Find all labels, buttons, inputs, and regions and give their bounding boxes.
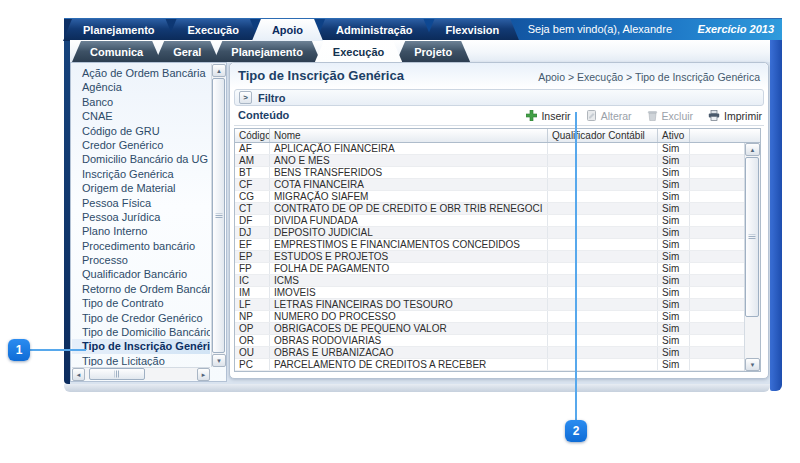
column-header-qualificador-contabil[interactable]: Qualificador Contábil xyxy=(548,129,658,142)
scroll-right-icon[interactable]: ► xyxy=(197,368,210,381)
tab-apoio[interactable]: Apoio xyxy=(252,19,323,41)
table-row-df[interactable]: DFDIVIDA FUNDADASim xyxy=(235,215,760,227)
annotation-line-2 xyxy=(575,112,577,420)
printer-icon xyxy=(708,110,720,121)
sidebar-item-acao-de-ordem-bancaria[interactable]: Ação de Ordem Bancária xyxy=(72,66,210,80)
scroll-up-icon[interactable]: ▲ xyxy=(212,64,226,77)
cell-qualificador-contabil xyxy=(548,335,658,346)
table-row-bt[interactable]: BTBENS TRANSFERIDOSSim xyxy=(235,167,760,179)
cell-qualificador-contabil xyxy=(548,263,658,274)
scroll-down-icon[interactable]: ▼ xyxy=(745,358,760,371)
sidebar-item-origem-de-material[interactable]: Origem de Material xyxy=(72,181,210,195)
cell-nome: CONTRATO DE OP DE CREDITO E OBR TRIB REN… xyxy=(270,203,548,214)
imprimir-button[interactable]: Imprimir xyxy=(708,110,762,122)
cell-nome: OBRIGACOES DE PEQUENO VALOR xyxy=(270,323,548,334)
table-row-cg[interactable]: CGMIGRAÇÃO SIAFEMSim xyxy=(235,191,760,203)
table-row-am[interactable]: AMANO E MESSim xyxy=(235,155,760,167)
tab-administracao[interactable]: Administração xyxy=(316,19,432,41)
subtab-execucao[interactable]: Execução xyxy=(315,41,402,62)
sidebar-item-tipo-de-credor-generico[interactable]: Tipo de Credor Genérico xyxy=(72,311,210,325)
sidebar-item-domicilio-bancario-da-ug[interactable]: Domicilio Bancário da UG xyxy=(72,152,210,166)
cell-codigo: CF xyxy=(235,179,270,190)
table-row-ct[interactable]: CTCONTRATO DE OP DE CREDITO E OBR TRIB R… xyxy=(235,203,760,215)
content-label: Conteúdo xyxy=(238,109,289,121)
sidebar-item-credor-generico[interactable]: Credor Genérico xyxy=(72,138,210,152)
panel-header: Tipo de Inscrição Genérica Apoio > Execu… xyxy=(230,63,768,89)
table-row-ic[interactable]: ICICMSSim xyxy=(235,275,760,287)
sidebar-item-agencia[interactable]: Agência xyxy=(72,80,210,94)
tab-execucao[interactable]: Execução xyxy=(168,19,259,41)
window-bottom-border xyxy=(64,384,770,392)
table-row-op[interactable]: OPOBRIGACOES DE PEQUENO VALORSim xyxy=(235,323,760,335)
subtab-geral[interactable]: Geral xyxy=(155,41,219,62)
column-header-nome[interactable]: Nome xyxy=(270,129,548,142)
table-row-dj[interactable]: DJDEPOSITO JUDICIALSim xyxy=(235,227,760,239)
sidebar-item-tipo-de-domicilio-bancario[interactable]: Tipo de Domicilio Bancário xyxy=(72,325,210,339)
cell-qualificador-contabil xyxy=(548,323,658,334)
cell-nome: DEPOSITO JUDICIAL xyxy=(270,227,548,238)
sidebar-item-tipo-de-inscricao-generica[interactable]: Tipo de Inscrição Genérica xyxy=(72,339,210,353)
sidebar-item-procedimento-bancario[interactable]: Procedimento bancário xyxy=(72,239,210,253)
table-row-im[interactable]: IMIMOVEISSim xyxy=(235,287,760,299)
inserir-button[interactable]: Inserir xyxy=(526,110,570,122)
cell-codigo: BT xyxy=(235,167,270,178)
table-row-ep[interactable]: EPESTUDOS E PROJETOSSim xyxy=(235,251,760,263)
table-row-ef[interactable]: EFEMPRESTIMOS E FINANCIAMENTOS CONCEDIDO… xyxy=(235,239,760,251)
sidebar-item-codigo-de-gru[interactable]: Código de GRU xyxy=(72,124,210,138)
scroll-down-icon[interactable]: ▼ xyxy=(212,354,226,367)
sidebar: Ação de Ordem BancáriaAgênciaBancoCNAECó… xyxy=(70,62,227,382)
scroll-grip-icon xyxy=(115,371,120,378)
cell-ativo: Sim xyxy=(658,347,690,358)
table-vertical-scrollbar[interactable]: ▲ ▼ xyxy=(744,143,760,371)
table-row-np[interactable]: NPNUMERO DO PROCESSOSim xyxy=(235,311,760,323)
cell-ativo: Sim xyxy=(658,359,690,370)
column-header-codigo[interactable]: Código xyxy=(235,129,270,142)
cell-qualificador-contabil xyxy=(548,239,658,250)
sidebar-item-retorno-de-ordem-bancaria[interactable]: Retorno de Ordem Bancária xyxy=(72,282,210,296)
subtab-comunica[interactable]: Comunica xyxy=(72,41,161,62)
tab-flexvision[interactable]: Flexvision xyxy=(426,19,520,41)
sub-tab-strip: ComunicaGeralPlanejamentoExecuçãoProjeto xyxy=(78,41,470,62)
table-row-or[interactable]: OROBRAS RODOVIARIASSim xyxy=(235,335,760,347)
excluir-button: Excluir xyxy=(647,110,694,122)
cell-qualificador-contabil xyxy=(548,359,658,370)
cell-filler xyxy=(690,347,744,358)
cell-ativo: Sim xyxy=(658,227,690,238)
cell-qualificador-contabil xyxy=(548,287,658,298)
cell-filler xyxy=(690,359,744,370)
sidebar-item-cnae[interactable]: CNAE xyxy=(72,109,210,123)
sidebar-item-banco[interactable]: Banco xyxy=(72,95,210,109)
cell-qualificador-contabil xyxy=(548,347,658,358)
cell-ativo: Sim xyxy=(658,323,690,334)
table-row-lf[interactable]: LFLETRAS FINANCEIRAS DO TESOUROSim xyxy=(235,299,760,311)
sidebar-item-plano-interno[interactable]: Plano Interno xyxy=(72,224,210,238)
table-row-pc[interactable]: PCPARCELAMENTO DE CREDITOS A RECEBERSim xyxy=(235,359,760,371)
column-header-ativo[interactable]: Ativo xyxy=(658,129,690,142)
sidebar-horizontal-scrollbar[interactable]: ◄ ► xyxy=(72,367,210,380)
sidebar-item-pessoa-juridica[interactable]: Pessoa Jurídica xyxy=(72,210,210,224)
sidebar-item-qualificador-bancario[interactable]: Qualificador Bancário xyxy=(72,267,210,281)
sidebar-vertical-scrollbar[interactable]: ▲ ▼ xyxy=(211,64,225,367)
sidebar-item-inscricao-generica[interactable]: Inscrição Genérica xyxy=(72,167,210,181)
scroll-left-icon[interactable]: ◄ xyxy=(72,368,85,381)
sidebar-item-tipo-de-contrato[interactable]: Tipo de Contrato xyxy=(72,296,210,310)
sidebar-item-pessoa-fisica[interactable]: Pessoa Física xyxy=(72,196,210,210)
cell-filler xyxy=(690,167,744,178)
sidebar-item-processo[interactable]: Processo xyxy=(72,253,210,267)
table-row-af[interactable]: AFAPLICAÇÃO FINANCEIRASim xyxy=(235,143,760,155)
cell-qualificador-contabil xyxy=(548,191,658,202)
table-row-fp[interactable]: FPFOLHA DE PAGAMENTOSim xyxy=(235,263,760,275)
sidebar-item-tipo-de-licitacao[interactable]: Tipo de Licitação xyxy=(72,354,210,366)
table-row-ou[interactable]: OUOBRAS E URBANIZACAOSim xyxy=(235,347,760,359)
tab-planejamento[interactable]: Planejamento xyxy=(63,19,175,41)
cell-ativo: Sim xyxy=(658,311,690,322)
subtab-planejamento[interactable]: Planejamento xyxy=(213,41,321,62)
sidebar-scroll-thumb[interactable] xyxy=(212,78,225,353)
table-row-cf[interactable]: CFCOTA FINANCEIRASim xyxy=(235,179,760,191)
scroll-up-icon[interactable]: ▲ xyxy=(745,143,760,156)
table-scroll-thumb[interactable] xyxy=(745,157,759,317)
filter-expand-button[interactable]: > xyxy=(239,91,252,104)
subtab-projeto[interactable]: Projeto xyxy=(396,41,470,62)
sidebar-hscroll-thumb[interactable] xyxy=(89,368,145,380)
cell-codigo: IM xyxy=(235,287,270,298)
